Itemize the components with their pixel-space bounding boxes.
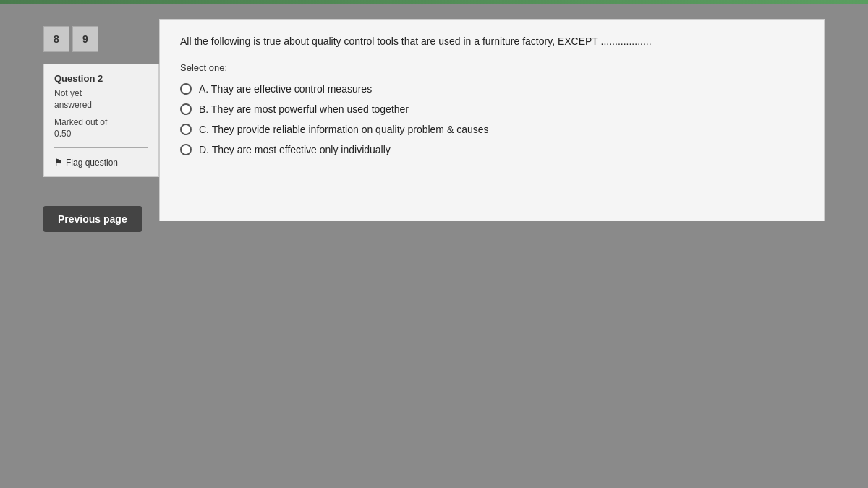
option-a-label: A. Thay are effective control measures — [199, 83, 372, 95]
question-title: Question 2 — [54, 73, 148, 84]
option-d-label: D. They are most effective only individu… — [199, 144, 391, 155]
flag-icon: ⚑ — [54, 157, 63, 168]
score-value: 0.50 — [54, 129, 148, 139]
content-area: All the following is true about quality … — [159, 19, 825, 221]
question-text: All the following is true about quality … — [180, 34, 804, 49]
previous-page-button[interactable]: Previous page — [43, 206, 142, 232]
nav-box-9[interactable]: 9 — [72, 26, 98, 52]
main-container: 8 9 Question 2 Not yet answered Marked o… — [0, 4, 868, 488]
select-one-label: Select one: — [180, 62, 804, 73]
option-d[interactable]: D. They are most effective only individu… — [180, 144, 804, 155]
divider — [54, 147, 148, 148]
options-list: A. Thay are effective control measures B… — [180, 83, 804, 155]
option-c-label: C. They provide reliable information on … — [199, 124, 489, 135]
question-card: Question 2 Not yet answered Marked out o… — [43, 64, 159, 177]
flag-label: Flag question — [66, 158, 118, 168]
nav-boxes: 8 9 — [43, 26, 98, 52]
option-a[interactable]: A. Thay are effective control measures — [180, 83, 804, 95]
radio-c[interactable] — [180, 124, 192, 135]
option-b[interactable]: B. They are most powerful when used toge… — [180, 103, 804, 115]
option-c[interactable]: C. They provide reliable information on … — [180, 124, 804, 135]
not-yet-label: Not yet — [54, 88, 148, 98]
nav-box-8[interactable]: 8 — [43, 26, 69, 52]
option-b-label: B. They are most powerful when used toge… — [199, 103, 409, 115]
radio-b[interactable] — [180, 103, 192, 115]
marked-out-label: Marked out of — [54, 117, 148, 127]
question-prefix: Question — [54, 73, 98, 84]
flag-question[interactable]: ⚑ Flag question — [54, 157, 148, 168]
radio-a[interactable] — [180, 83, 192, 95]
answered-label: answered — [54, 100, 148, 110]
radio-d[interactable] — [180, 144, 192, 155]
left-panel: 8 9 Question 2 Not yet answered Marked o… — [43, 19, 159, 232]
question-number: 2 — [98, 73, 103, 84]
